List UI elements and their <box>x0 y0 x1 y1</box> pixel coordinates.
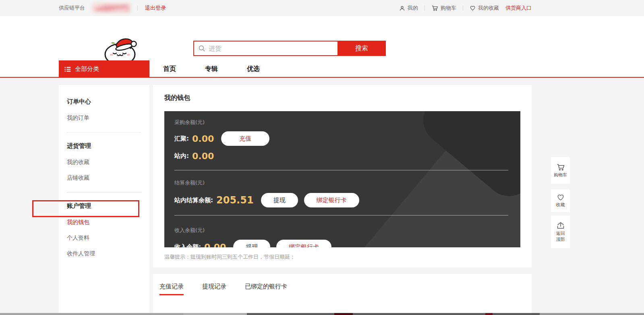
search-input[interactable] <box>205 41 338 55</box>
all-categories-label: 全部分类 <box>75 65 99 73</box>
cart-icon <box>556 163 565 171</box>
recharge-button[interactable]: 充值 <box>221 131 269 146</box>
arrow-up-icon <box>557 222 565 230</box>
bottom-scrollbar-track[interactable] <box>540 313 644 315</box>
balance-value: 0.00 <box>192 151 214 161</box>
wallet-panel: 我的钱包 采购余额(元) 汇聚: 0.00 充值 站内: 0.00 结算余额(元… <box>153 85 532 267</box>
wallet-balance-card: 采购余额(元) 汇聚: 0.00 充值 站内: 0.00 结算余额(元) 站内结… <box>164 111 520 247</box>
income-balance-label: 收入余额(元) <box>174 227 520 234</box>
divider <box>463 5 463 11</box>
page-title: 我的钱包 <box>164 94 190 102</box>
withdraw-button[interactable]: 提现 <box>261 193 298 207</box>
cart-label: 购物车 <box>441 4 456 12</box>
huiju-balance-row: 汇聚: 0.00 充值 <box>174 131 520 146</box>
nav-link-preferred[interactable]: 优选 <box>247 65 260 73</box>
sidebar-section-title: 订单中心 <box>67 98 141 106</box>
nav-link-home[interactable]: 首页 <box>163 65 176 73</box>
float-cart-button[interactable]: 购物车 <box>551 157 570 184</box>
divider <box>174 215 508 216</box>
settlement-balance-label: 结算余额(元) <box>174 179 520 187</box>
balance-name: 站内: <box>174 152 189 160</box>
sidebar-item-my-wallet[interactable]: 我的钱包 <box>67 219 141 226</box>
float-favorites-button[interactable]: 收藏 <box>551 189 570 212</box>
username-redacted <box>92 4 130 12</box>
site-header: 搜索 热门搜索: 手机 123 汽车 电脑 <box>0 16 644 60</box>
float-favorites-label: 收藏 <box>556 202 565 208</box>
back-to-top-label-2: 顶部 <box>556 237 565 242</box>
back-to-top-button[interactable]: 返回 顶部 <box>551 216 570 248</box>
heart-icon <box>470 5 476 11</box>
divider <box>67 132 141 133</box>
balance-name: 站内结算余额: <box>174 197 213 204</box>
divider <box>67 192 141 193</box>
income-balance-row: 收入余额: 0.00 提现 绑定银行卡 <box>174 240 520 247</box>
back-to-top-label-1: 返回 <box>556 231 565 236</box>
person-icon <box>399 5 405 11</box>
tab-bound-bank-cards[interactable]: 已绑定的银行卡 <box>245 283 287 295</box>
sidebar-section-title: 进货管理 <box>67 142 141 150</box>
sidebar-item-recipient-mgmt[interactable]: 收件人管理 <box>67 250 141 257</box>
onsite-balance-row: 站内: 0.00 <box>174 151 520 161</box>
bind-bank-card-button[interactable]: 绑定银行卡 <box>304 193 359 207</box>
tab-recharge-records[interactable]: 充值记录 <box>159 283 184 295</box>
search-icon <box>198 45 205 52</box>
bottom-content-sliver <box>485 313 493 315</box>
sidebar-item-my-orders[interactable]: 我的订单 <box>67 114 141 122</box>
divider <box>425 5 425 11</box>
heart-icon <box>557 194 565 201</box>
logout-link[interactable]: 退出登录 <box>145 4 166 12</box>
all-categories-button[interactable]: 全部分类 <box>59 60 149 78</box>
account-sidebar: 订单中心 我的订单 进货管理 我的收藏 店铺收藏 账户管理 我的钱包 个人资料 … <box>59 85 149 313</box>
favorites-label: 我的收藏 <box>478 4 499 12</box>
sidebar-section-title: 账户管理 <box>67 202 141 210</box>
cart-link[interactable]: 购物车 <box>431 4 456 12</box>
category-list-icon <box>64 66 71 72</box>
divider <box>174 170 508 170</box>
withdraw-button[interactable]: 提现 <box>233 240 270 247</box>
balance-name: 汇聚: <box>174 135 189 143</box>
tab-withdraw-records[interactable]: 提现记录 <box>202 283 226 295</box>
nav-link-albums[interactable]: 专辑 <box>205 65 218 73</box>
main-nav: 全部分类 首页 专辑 优选 <box>0 60 644 78</box>
sidebar-item-shop-favorites[interactable]: 店铺收藏 <box>67 174 141 182</box>
cart-icon <box>431 5 438 11</box>
records-panel: 充值记录 提现记录 已绑定的银行卡 <box>153 274 532 313</box>
sidebar-item-personal-info[interactable]: 个人资料 <box>67 234 141 242</box>
divider <box>137 5 138 11</box>
favorites-link[interactable]: 我的收藏 <box>470 4 499 12</box>
my-account-label: 我的 <box>408 4 418 12</box>
sidebar-item-my-favorites[interactable]: 我的收藏 <box>67 159 141 166</box>
bottom-scrollbar-track[interactable] <box>0 313 183 315</box>
search-box: 搜索 <box>193 41 386 56</box>
balance-value: 0.00 <box>192 134 214 144</box>
search-button[interactable]: 搜索 <box>338 41 386 56</box>
top-utility-bar: 供应链平台 退出登录 我的 购物车 我的收藏 供货商入口 <box>0 0 644 16</box>
bottom-content-sliver <box>334 313 353 315</box>
float-cart-label: 购物车 <box>554 172 567 178</box>
platform-label: 供应链平台 <box>59 4 85 12</box>
bottom-scrollbar-track[interactable] <box>183 313 247 315</box>
supplier-entry-link[interactable]: 供货商入口 <box>505 4 532 12</box>
settlement-balance-row: 站内结算余额: 205.51 提现 绑定银行卡 <box>174 193 520 207</box>
balance-value: 0.00 <box>204 242 226 248</box>
my-account-link[interactable]: 我的 <box>399 4 418 12</box>
withdraw-tip-text: 温馨提示：提现到账时间三到五个工作日，节假日顺延； <box>164 253 295 261</box>
purchase-balance-label: 采购余额(元) <box>174 119 520 126</box>
bind-bank-card-button[interactable]: 绑定银行卡 <box>276 240 331 247</box>
balance-name: 收入余额: <box>174 243 201 248</box>
balance-value: 205.51 <box>216 195 254 206</box>
